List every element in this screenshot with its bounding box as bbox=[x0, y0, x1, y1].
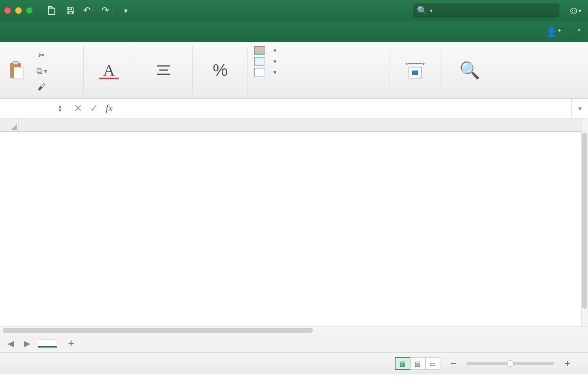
paintbrush-icon: 🖌 bbox=[37, 82, 46, 92]
page-break-view-button[interactable]: ▭ bbox=[425, 357, 440, 370]
horizontal-scroll-track[interactable] bbox=[0, 326, 588, 334]
editing-group-button[interactable]: 🔍 bbox=[456, 60, 484, 82]
zoom-slider-knob[interactable] bbox=[507, 360, 514, 367]
conditional-formatting-icon bbox=[254, 46, 265, 55]
sheet-tab-active[interactable] bbox=[38, 339, 57, 348]
paste-button[interactable] bbox=[3, 60, 30, 82]
chevron-down-icon: ▾ bbox=[273, 47, 276, 54]
spreadsheet-grid[interactable] bbox=[0, 118, 588, 326]
clipboard-icon bbox=[7, 60, 26, 81]
quick-access-more-button[interactable]: ▾ bbox=[117, 3, 135, 18]
cell-styles-icon bbox=[254, 68, 265, 76]
sheet-tab-bar: ◀ ▶ + bbox=[0, 334, 588, 352]
title-bar: ↶▾ ↷▾ ▾ 🔍▾ ☺ ▾ bbox=[0, 0, 588, 21]
number-group-button[interactable]: % bbox=[206, 60, 234, 82]
enter-formula-button[interactable]: ✓ bbox=[90, 102, 98, 114]
namebox-down-icon[interactable]: ▼ bbox=[57, 108, 62, 112]
zoom-out-button[interactable]: − bbox=[447, 358, 460, 369]
share-icon: 👤⁺ bbox=[546, 27, 562, 38]
search-dropdown-icon[interactable]: ▾ bbox=[430, 8, 433, 14]
search-icon: 🔍 bbox=[417, 5, 427, 16]
page-layout-icon: ▤ bbox=[414, 360, 421, 368]
alignment-group-button[interactable] bbox=[150, 60, 177, 82]
ribbon: ✂ ⧉▾ 🖌 A % bbox=[0, 42, 588, 99]
vertical-scroll-thumb[interactable] bbox=[582, 133, 587, 309]
share-button[interactable]: 👤⁺ bbox=[541, 23, 570, 42]
format-painter-button[interactable]: 🖌 bbox=[33, 80, 50, 94]
font-group-button[interactable]: A bbox=[95, 60, 123, 82]
svg-rect-1 bbox=[13, 61, 18, 65]
vertical-scroll-track[interactable] bbox=[581, 118, 588, 326]
percent-icon: % bbox=[211, 60, 230, 81]
chevron-down-icon: ▾ bbox=[273, 69, 276, 76]
page-layout-view-button[interactable]: ▤ bbox=[410, 357, 425, 370]
scissors-icon: ✂ bbox=[38, 50, 45, 60]
copy-icon: ⧉ bbox=[36, 66, 42, 76]
horizontal-scroll-thumb[interactable] bbox=[3, 328, 313, 333]
cut-button[interactable]: ✂ bbox=[33, 48, 50, 62]
copy-button[interactable]: ⧉▾ bbox=[33, 64, 50, 78]
zoom-slider[interactable] bbox=[466, 362, 554, 365]
zoom-in-button[interactable]: + bbox=[561, 358, 574, 369]
align-icon bbox=[154, 60, 173, 81]
minimize-window-button[interactable] bbox=[15, 7, 22, 14]
font-icon: A bbox=[99, 60, 119, 81]
ribbon-tabs: 👤⁺ ˄ bbox=[0, 21, 588, 42]
cancel-formula-button[interactable]: ✕ bbox=[74, 102, 82, 114]
search-workbook-input[interactable]: 🔍▾ bbox=[413, 3, 559, 18]
page-break-icon: ▭ bbox=[429, 360, 436, 368]
sheet-nav-prev-button[interactable]: ◀ bbox=[5, 337, 16, 350]
fullscreen-window-button[interactable] bbox=[26, 7, 33, 14]
cells-icon bbox=[406, 60, 425, 81]
normal-view-button[interactable]: ▦ bbox=[395, 357, 410, 370]
grid-view-icon: ▦ bbox=[399, 360, 406, 368]
add-sheet-button[interactable]: + bbox=[62, 335, 80, 351]
conditional-formatting-button[interactable]: ▾ bbox=[254, 46, 383, 55]
sheet-nav-next-button[interactable]: ▶ bbox=[21, 337, 33, 350]
chevron-down-icon: ▾ bbox=[273, 58, 276, 65]
status-bar: ▦ ▤ ▭ − + bbox=[0, 352, 588, 374]
window-controls bbox=[4, 7, 33, 14]
cells-group-button[interactable] bbox=[401, 60, 429, 82]
cells-area[interactable] bbox=[18, 132, 581, 326]
select-all-corner[interactable] bbox=[0, 118, 18, 132]
formula-bar: ▲▼ ✕ ✓ fx ▾ bbox=[0, 99, 588, 118]
format-as-table-button[interactable]: ▾ bbox=[254, 57, 383, 65]
undo-button[interactable]: ↶▾ bbox=[80, 3, 98, 18]
redo-button[interactable]: ↷▾ bbox=[98, 3, 117, 18]
formula-input[interactable] bbox=[120, 99, 571, 118]
format-as-table-icon bbox=[254, 57, 265, 65]
close-window-button[interactable] bbox=[4, 7, 11, 14]
magnifier-icon: 🔍 bbox=[460, 60, 479, 81]
save-button[interactable] bbox=[61, 3, 80, 18]
feedback-smiley-button[interactable]: ☺ bbox=[568, 4, 579, 17]
svg-rect-8 bbox=[412, 71, 418, 75]
cell-styles-button[interactable]: ▾ bbox=[254, 68, 383, 76]
fx-icon[interactable]: fx bbox=[106, 103, 113, 114]
feedback-dropdown-icon[interactable]: ▾ bbox=[578, 7, 581, 14]
collapse-ribbon-button[interactable]: ˄ bbox=[570, 24, 588, 42]
column-headers[interactable] bbox=[18, 118, 581, 132]
name-box[interactable]: ▲▼ bbox=[0, 99, 67, 118]
file-button[interactable] bbox=[43, 3, 61, 18]
expand-formula-bar-button[interactable]: ▾ bbox=[571, 99, 588, 118]
svg-rect-2 bbox=[14, 67, 23, 79]
